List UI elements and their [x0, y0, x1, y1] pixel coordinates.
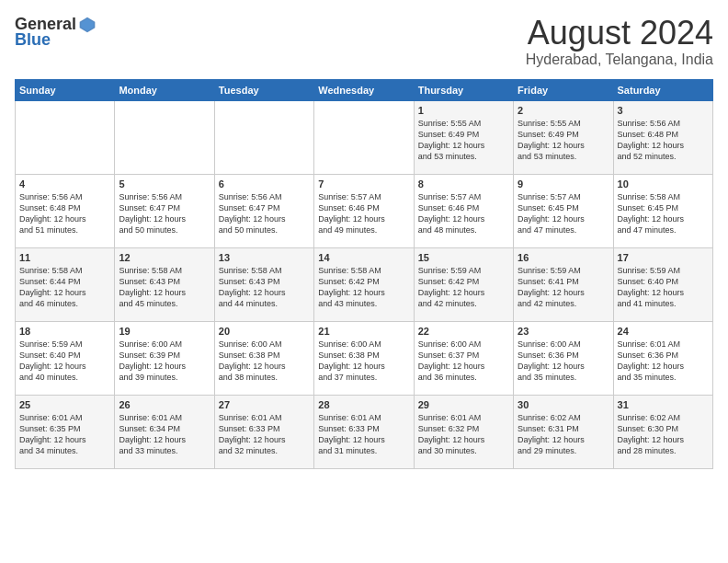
calendar-cell: 5Sunrise: 5:56 AM Sunset: 6:47 PM Daylig…: [115, 174, 214, 247]
day-number: 7: [318, 178, 409, 190]
page-header: General Blue August 2024 Hyderabad, Tela…: [15, 15, 713, 68]
day-info: Sunrise: 6:01 AM Sunset: 6:34 PM Dayligh…: [119, 412, 210, 457]
calendar-week-row: 25Sunrise: 6:01 AM Sunset: 6:35 PM Dayli…: [16, 395, 713, 468]
calendar-cell: 22Sunrise: 6:00 AM Sunset: 6:37 PM Dayli…: [414, 321, 513, 395]
day-number: 25: [19, 399, 110, 410]
calendar-cell: 6Sunrise: 5:56 AM Sunset: 6:47 PM Daylig…: [214, 174, 313, 247]
calendar-week-row: 18Sunrise: 5:59 AM Sunset: 6:40 PM Dayli…: [16, 321, 713, 395]
calendar-cell: 24Sunrise: 6:01 AM Sunset: 6:36 PM Dayli…: [613, 321, 712, 395]
calendar-cell: 18Sunrise: 5:59 AM Sunset: 6:40 PM Dayli…: [16, 321, 115, 395]
calendar-cell: 11Sunrise: 5:58 AM Sunset: 6:44 PM Dayli…: [16, 247, 115, 321]
day-number: 28: [318, 399, 409, 410]
day-info: Sunrise: 6:01 AM Sunset: 6:35 PM Dayligh…: [19, 412, 110, 457]
day-number: 6: [219, 178, 310, 190]
day-number: 19: [119, 326, 210, 337]
calendar-week-row: 1Sunrise: 5:55 AM Sunset: 6:49 PM Daylig…: [16, 100, 713, 174]
day-info: Sunrise: 5:58 AM Sunset: 6:44 PM Dayligh…: [19, 265, 110, 310]
calendar-cell: 16Sunrise: 5:59 AM Sunset: 6:41 PM Dayli…: [514, 247, 613, 321]
calendar-cell: 15Sunrise: 5:59 AM Sunset: 6:42 PM Dayli…: [414, 247, 513, 321]
day-number: 27: [219, 399, 310, 410]
day-number: 23: [518, 326, 609, 337]
calendar-cell: 21Sunrise: 6:00 AM Sunset: 6:38 PM Dayli…: [314, 321, 414, 395]
calendar-cell: 2Sunrise: 5:55 AM Sunset: 6:49 PM Daylig…: [514, 100, 613, 174]
calendar-cell: 20Sunrise: 6:00 AM Sunset: 6:38 PM Dayli…: [214, 321, 313, 395]
day-info: Sunrise: 5:56 AM Sunset: 6:47 PM Dayligh…: [219, 191, 310, 236]
weekday-header-row: SundayMondayTuesdayWednesdayThursdayFrid…: [16, 79, 713, 100]
weekday-header-tuesday: Tuesday: [214, 79, 313, 100]
calendar-cell: 23Sunrise: 6:00 AM Sunset: 6:36 PM Dayli…: [514, 321, 613, 395]
calendar-cell: 26Sunrise: 6:01 AM Sunset: 6:34 PM Dayli…: [115, 395, 214, 468]
day-number: 16: [518, 252, 609, 263]
day-info: Sunrise: 5:58 AM Sunset: 6:43 PM Dayligh…: [219, 265, 310, 310]
day-info: Sunrise: 5:56 AM Sunset: 6:48 PM Dayligh…: [618, 118, 709, 163]
logo-blue: Blue: [15, 30, 51, 50]
day-number: 17: [618, 252, 709, 263]
weekday-header-wednesday: Wednesday: [314, 79, 414, 100]
calendar-cell: 10Sunrise: 5:58 AM Sunset: 6:45 PM Dayli…: [613, 174, 712, 247]
calendar-cell: 14Sunrise: 5:58 AM Sunset: 6:42 PM Dayli…: [314, 247, 414, 321]
day-number: 24: [618, 326, 709, 337]
day-number: 31: [618, 399, 709, 410]
day-info: Sunrise: 5:59 AM Sunset: 6:41 PM Dayligh…: [518, 265, 609, 310]
weekday-header-thursday: Thursday: [414, 79, 513, 100]
calendar-cell: 19Sunrise: 6:00 AM Sunset: 6:39 PM Dayli…: [115, 321, 214, 395]
day-info: Sunrise: 6:00 AM Sunset: 6:38 PM Dayligh…: [318, 339, 409, 384]
calendar-cell: 4Sunrise: 5:56 AM Sunset: 6:48 PM Daylig…: [16, 174, 115, 247]
calendar-cell: 28Sunrise: 6:01 AM Sunset: 6:33 PM Dayli…: [314, 395, 414, 468]
logo: General Blue: [15, 15, 97, 50]
day-number: 4: [19, 178, 110, 190]
calendar-cell: 8Sunrise: 5:57 AM Sunset: 6:46 PM Daylig…: [414, 174, 513, 247]
title-block: August 2024 Hyderabad, Telangana, India: [526, 15, 713, 68]
day-info: Sunrise: 5:58 AM Sunset: 6:42 PM Dayligh…: [318, 265, 409, 310]
day-number: 9: [518, 178, 609, 190]
weekday-header-monday: Monday: [115, 79, 214, 100]
day-info: Sunrise: 5:58 AM Sunset: 6:43 PM Dayligh…: [119, 265, 210, 310]
day-number: 18: [19, 326, 110, 337]
calendar-cell: 13Sunrise: 5:58 AM Sunset: 6:43 PM Dayli…: [214, 247, 313, 321]
calendar-cell: [16, 100, 115, 174]
calendar-cell: 3Sunrise: 5:56 AM Sunset: 6:48 PM Daylig…: [613, 100, 712, 174]
day-number: 5: [119, 178, 210, 190]
day-info: Sunrise: 5:59 AM Sunset: 6:40 PM Dayligh…: [618, 265, 709, 310]
location: Hyderabad, Telangana, India: [526, 52, 713, 68]
day-info: Sunrise: 6:00 AM Sunset: 6:36 PM Dayligh…: [518, 339, 609, 384]
day-info: Sunrise: 6:00 AM Sunset: 6:37 PM Dayligh…: [418, 339, 509, 384]
day-info: Sunrise: 6:01 AM Sunset: 6:33 PM Dayligh…: [219, 412, 310, 457]
calendar-cell: 29Sunrise: 6:01 AM Sunset: 6:32 PM Dayli…: [414, 395, 513, 468]
day-info: Sunrise: 5:55 AM Sunset: 6:49 PM Dayligh…: [518, 118, 609, 163]
weekday-header-saturday: Saturday: [613, 79, 712, 100]
day-info: Sunrise: 5:59 AM Sunset: 6:42 PM Dayligh…: [418, 265, 509, 310]
day-number: 2: [518, 105, 609, 116]
calendar-table: SundayMondayTuesdayWednesdayThursdayFrid…: [15, 79, 713, 469]
day-info: Sunrise: 5:58 AM Sunset: 6:45 PM Dayligh…: [618, 191, 709, 236]
calendar-cell: 25Sunrise: 6:01 AM Sunset: 6:35 PM Dayli…: [16, 395, 115, 468]
logo-icon: [78, 16, 97, 34]
month-year: August 2024: [526, 15, 713, 52]
day-number: 15: [418, 252, 509, 263]
day-info: Sunrise: 6:01 AM Sunset: 6:36 PM Dayligh…: [618, 339, 709, 384]
calendar-week-row: 4Sunrise: 5:56 AM Sunset: 6:48 PM Daylig…: [16, 174, 713, 247]
day-number: 12: [119, 252, 210, 263]
day-number: 21: [318, 326, 409, 337]
calendar-cell: 27Sunrise: 6:01 AM Sunset: 6:33 PM Dayli…: [214, 395, 313, 468]
day-number: 22: [418, 326, 509, 337]
day-number: 20: [219, 326, 310, 337]
weekday-header-sunday: Sunday: [16, 79, 115, 100]
day-info: Sunrise: 5:55 AM Sunset: 6:49 PM Dayligh…: [418, 118, 509, 163]
day-info: Sunrise: 6:02 AM Sunset: 6:30 PM Dayligh…: [618, 412, 709, 457]
day-number: 29: [418, 399, 509, 410]
day-number: 14: [318, 252, 409, 263]
calendar-cell: [314, 100, 414, 174]
weekday-header-friday: Friday: [514, 79, 613, 100]
day-number: 10: [618, 178, 709, 190]
day-number: 1: [418, 105, 509, 116]
day-number: 8: [418, 178, 509, 190]
day-info: Sunrise: 5:57 AM Sunset: 6:45 PM Dayligh…: [518, 191, 609, 236]
day-info: Sunrise: 6:00 AM Sunset: 6:39 PM Dayligh…: [119, 339, 210, 384]
calendar-cell: 30Sunrise: 6:02 AM Sunset: 6:31 PM Dayli…: [514, 395, 613, 468]
calendar-cell: 9Sunrise: 5:57 AM Sunset: 6:45 PM Daylig…: [514, 174, 613, 247]
day-info: Sunrise: 6:02 AM Sunset: 6:31 PM Dayligh…: [518, 412, 609, 457]
day-info: Sunrise: 5:56 AM Sunset: 6:47 PM Dayligh…: [119, 191, 210, 236]
day-info: Sunrise: 5:59 AM Sunset: 6:40 PM Dayligh…: [19, 339, 110, 384]
day-number: 30: [518, 399, 609, 410]
